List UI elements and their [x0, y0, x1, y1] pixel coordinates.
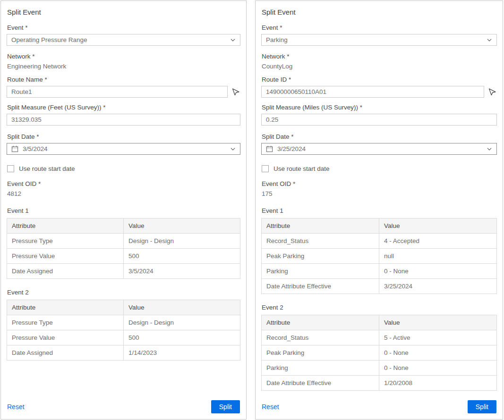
attribute-cell: Pressure Type	[7, 234, 124, 249]
attribute-column-header: Attribute	[7, 218, 124, 234]
event-label: Event *	[7, 24, 240, 31]
network-label: Network *	[7, 53, 240, 60]
event-oid-value: 175	[262, 190, 497, 197]
reset-button[interactable]: Reset	[7, 403, 25, 411]
calendar-icon	[11, 145, 18, 152]
value-cell: 3/5/2024	[124, 264, 240, 279]
route-label: Route ID *	[262, 76, 497, 83]
route-input[interactable]: Route1	[7, 86, 228, 98]
reset-button[interactable]: Reset	[262, 403, 279, 411]
value-cell: Design - Design	[124, 315, 240, 330]
chevron-down-icon	[230, 146, 236, 152]
attribute-cell: Record_Status	[262, 330, 379, 345]
attribute-cell: Pressure Value	[7, 249, 124, 264]
event2-table: Attribute Value Record_Status 5 - Active…	[261, 315, 497, 391]
use-route-start-date-checkbox[interactable]	[262, 165, 269, 172]
event-label: Event *	[262, 24, 497, 31]
table-row: Peak Parking 0 - None	[262, 345, 497, 361]
split-date-picker[interactable]: 3/5/2024	[7, 143, 240, 155]
split-date-value: 3/25/2024	[277, 145, 306, 152]
attribute-cell: Date Attribute Effective	[262, 279, 379, 294]
table-header-row: Attribute Value	[262, 315, 497, 330]
split-date-label: Split Date *	[262, 133, 497, 140]
table-row: Pressure Value 500	[7, 330, 240, 345]
attribute-cell: Date Assigned	[7, 345, 124, 361]
attribute-column-header: Attribute	[7, 300, 124, 315]
attribute-cell: Parking	[262, 361, 379, 376]
split-date-value: 3/5/2024	[23, 145, 48, 152]
value-cell: 500	[124, 249, 240, 264]
select-route-pointer-icon[interactable]	[487, 87, 497, 97]
route-input-value: 14900000650110A01	[266, 88, 326, 95]
event1-title: Event 1	[262, 207, 497, 214]
table-row: Record_Status 5 - Active	[262, 330, 497, 345]
value-cell: 0 - None	[379, 361, 497, 376]
split-date-picker[interactable]: 3/25/2024	[261, 143, 497, 155]
attribute-cell: Peak Parking	[262, 249, 379, 264]
attribute-cell: Record_Status	[262, 234, 379, 249]
table-row: Pressure Type Design - Design	[7, 315, 240, 330]
event-oid-label: Event OID *	[7, 180, 240, 187]
attribute-column-header: Attribute	[262, 315, 379, 330]
use-route-start-date-checkbox[interactable]	[7, 165, 14, 172]
value-cell: 1/14/2023	[124, 345, 240, 361]
table-row: Parking 0 - None	[262, 264, 497, 279]
network-label: Network *	[262, 53, 497, 60]
event-oid-value: 4812	[7, 190, 240, 197]
value-cell: 3/25/2024	[379, 279, 497, 294]
network-value: Engineering Network	[7, 63, 240, 70]
table-row: Parking 0 - None	[262, 361, 497, 376]
split-event-panel-left: Split Event Event * Operating Pressure R…	[0, 0, 247, 420]
table-header-row: Attribute Value	[7, 300, 240, 315]
event-oid-label: Event OID *	[262, 180, 497, 187]
attribute-column-header: Attribute	[262, 218, 379, 234]
attribute-cell: Pressure Type	[7, 315, 124, 330]
page-title: Split Event	[262, 8, 497, 16]
table-row: Date Assigned 3/5/2024	[7, 264, 240, 279]
route-input-value: Route1	[11, 88, 32, 95]
table-row: Date Assigned 1/14/2023	[7, 345, 240, 361]
event2-title: Event 2	[7, 289, 240, 296]
split-date-label: Split Date *	[7, 133, 240, 140]
event-select-value: Operating Pressure Range	[11, 36, 87, 43]
table-row: Pressure Type Design - Design	[7, 234, 240, 249]
select-route-pointer-icon[interactable]	[231, 87, 240, 97]
attribute-cell: Date Attribute Effective	[262, 376, 379, 391]
value-cell: 5 - Active	[379, 330, 497, 345]
table-row: Record_Status 4 - Accepted	[262, 234, 497, 249]
value-column-header: Value	[124, 300, 240, 315]
measure-input-value: 0.25	[266, 116, 278, 123]
value-cell: null	[379, 249, 497, 264]
page-title: Split Event	[7, 8, 240, 16]
value-column-header: Value	[379, 315, 497, 330]
event2-title: Event 2	[262, 304, 497, 311]
table-row: Pressure Value 500	[7, 249, 240, 264]
table-row: Date Attribute Effective 3/25/2024	[262, 279, 497, 294]
chevron-down-icon	[230, 37, 236, 43]
event-select[interactable]: Parking	[261, 34, 497, 46]
attribute-cell: Peak Parking	[262, 345, 379, 361]
chevron-down-icon	[487, 146, 492, 152]
measure-input[interactable]: 0.25	[261, 114, 497, 126]
table-row: Peak Parking null	[262, 249, 497, 264]
chevron-down-icon	[487, 37, 492, 43]
split-event-widgets: Split Event Event * Operating Pressure R…	[0, 0, 504, 420]
value-cell: 1/20/2008	[379, 376, 497, 391]
event-select[interactable]: Operating Pressure Range	[7, 34, 240, 46]
split-button[interactable]: Split	[211, 400, 240, 413]
table-header-row: Attribute Value	[7, 218, 240, 234]
split-button[interactable]: Split	[468, 400, 496, 413]
use-route-start-date-label: Use route start date	[19, 165, 75, 172]
attribute-cell: Parking	[262, 264, 379, 279]
measure-input[interactable]: 31329.035	[7, 114, 240, 126]
route-input[interactable]: 14900000650110A01	[261, 86, 484, 98]
value-cell: 500	[124, 330, 240, 345]
attribute-cell: Pressure Value	[7, 330, 124, 345]
value-column-header: Value	[379, 218, 497, 234]
value-cell: 0 - None	[379, 264, 497, 279]
value-column-header: Value	[124, 218, 240, 234]
measure-label: Split Measure (Miles (US Survey)) *	[262, 104, 497, 111]
value-cell: 0 - None	[379, 345, 497, 361]
value-cell: 4 - Accepted	[379, 234, 497, 249]
value-cell: Design - Design	[124, 234, 240, 249]
